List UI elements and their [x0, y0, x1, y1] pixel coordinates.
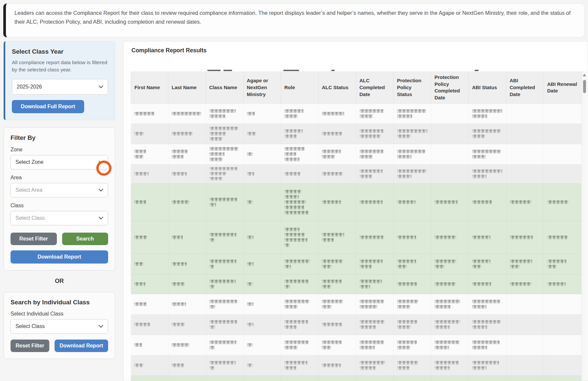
table-cell	[506, 294, 544, 314]
table-cell	[394, 335, 431, 355]
table-cell	[168, 294, 206, 314]
table-cell	[356, 294, 394, 314]
table-cell	[318, 274, 356, 294]
individual-class-select-placeholder: Select Class	[15, 323, 45, 329]
redacted-text	[284, 233, 305, 237]
table-cell	[469, 335, 506, 355]
individual-class-select[interactable]: Select Class	[11, 319, 108, 334]
redacted-text	[134, 200, 146, 204]
redacted-text	[472, 325, 487, 329]
redacted-text	[360, 135, 381, 138]
redacted-text	[322, 280, 341, 283]
reset-filter-button[interactable]: Reset Filter	[11, 233, 57, 245]
redacted-text	[472, 265, 481, 268]
table-cell	[206, 124, 244, 144]
redacted-text	[397, 169, 427, 173]
download-report-button[interactable]: Download Report	[11, 250, 108, 264]
redacted-text	[284, 206, 304, 209]
redacted-text	[397, 366, 410, 370]
redacted-text	[322, 300, 343, 303]
table-row	[131, 355, 581, 376]
table-cell	[469, 254, 506, 274]
redacted-text	[247, 323, 253, 326]
redacted-text	[247, 200, 253, 204]
column-header: ABI Renewal Date	[544, 71, 581, 104]
redacted-text	[360, 300, 384, 303]
redacted-text	[360, 320, 385, 324]
redacted-text	[472, 341, 500, 344]
redacted-text	[397, 325, 411, 329]
table-cell	[131, 254, 168, 274]
table-cell	[544, 104, 581, 123]
column-header: ABI Status	[469, 71, 506, 104]
table-cell	[469, 124, 506, 144]
zone-select[interactable]: Select Zone	[11, 155, 108, 169]
table-cell	[356, 165, 394, 183]
table-cell	[469, 221, 506, 254]
redacted-text	[209, 203, 216, 207]
table-cell	[168, 376, 206, 381]
individual-download-report-button[interactable]: Download Report	[55, 340, 108, 352]
table-cell	[469, 165, 506, 183]
table-cell	[469, 294, 506, 314]
redacted-text	[209, 177, 223, 180]
redacted-text	[322, 265, 332, 268]
download-full-report-button[interactable]: Download Full Report	[12, 100, 84, 113]
redacted-text	[134, 282, 145, 286]
table-cell	[356, 221, 394, 254]
table-cell	[131, 294, 168, 314]
search-button[interactable]: Search	[62, 233, 108, 245]
chevron-down-icon	[99, 187, 103, 191]
chevron-down-icon	[99, 323, 103, 328]
redacted-text	[360, 260, 383, 263]
clipped-text-fragment	[207, 70, 221, 71]
redacted-text	[435, 361, 459, 365]
table-scrollbar[interactable]	[582, 71, 587, 381]
individual-reset-filter-button[interactable]: Reset Filter	[11, 340, 49, 352]
redacted-text	[134, 262, 143, 266]
table-cell	[394, 104, 431, 123]
redacted-text	[247, 236, 253, 239]
redacted-text	[472, 305, 486, 309]
table-header-row: First NameLast NameClass NameAgape or Ne…	[131, 71, 581, 104]
redacted-text	[284, 341, 309, 344]
column-header: Class Name	[206, 71, 244, 104]
table-cell	[168, 144, 206, 164]
table-cell	[131, 165, 168, 183]
table-cell	[431, 165, 469, 183]
redacted-text	[435, 200, 458, 204]
scrollbar-thumb[interactable]	[583, 80, 586, 93]
table-cell	[168, 254, 206, 274]
area-select[interactable]: Select Area	[11, 183, 108, 197]
redacted-text	[209, 320, 237, 324]
table-cell	[131, 144, 168, 164]
table-cell	[281, 104, 318, 123]
redacted-text	[247, 112, 255, 115]
table-cell	[281, 254, 318, 274]
table-cell	[394, 254, 431, 274]
redacted-text	[360, 114, 373, 118]
redacted-text	[472, 135, 485, 138]
scroll-up-icon[interactable]	[583, 74, 586, 76]
redacted-text	[284, 320, 308, 324]
table-cell	[469, 104, 506, 123]
column-header: Agape or NextGen Ministry	[244, 71, 281, 104]
redacted-text	[322, 238, 334, 242]
redacted-text	[284, 260, 310, 263]
redacted-text	[510, 282, 531, 286]
table-cell	[131, 376, 168, 381]
redacted-text	[172, 155, 183, 159]
table-cell	[544, 254, 581, 274]
table-cell	[168, 335, 206, 355]
redacted-text	[247, 343, 253, 347]
redacted-text	[397, 282, 417, 286]
redacted-text	[435, 366, 450, 370]
class-year-select[interactable]: 2025-2026	[12, 79, 108, 95]
redacted-text	[172, 200, 189, 204]
redacted-text	[284, 195, 299, 199]
class-select[interactable]: Select Class	[11, 211, 108, 225]
redacted-text	[134, 150, 146, 153]
redacted-text	[209, 305, 215, 309]
redacted-text	[172, 236, 183, 239]
table-row	[131, 144, 581, 165]
